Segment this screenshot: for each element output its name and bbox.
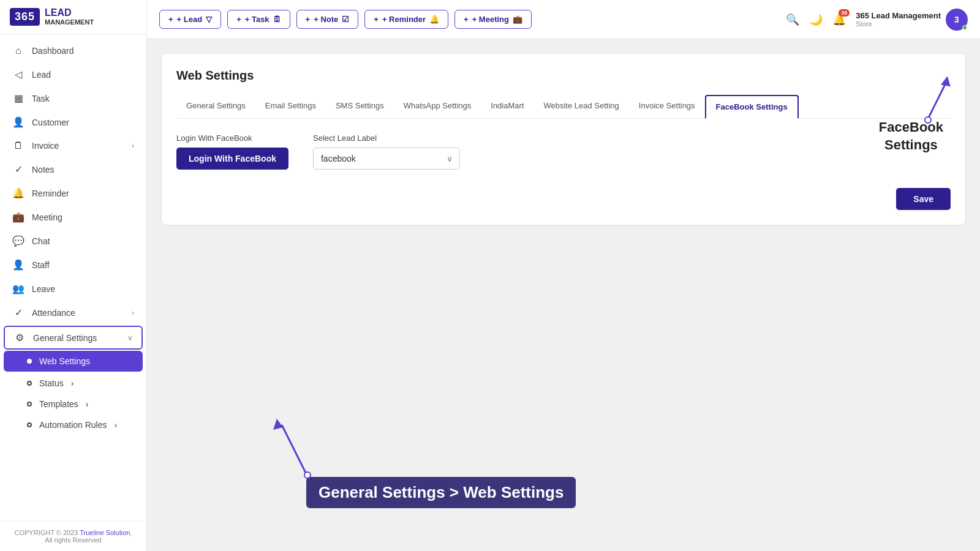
login-facebook-label: Login With FaceBook — [176, 133, 288, 143]
dot-icon — [27, 402, 32, 407]
tab-sms-settings[interactable]: SMS Settings — [326, 95, 394, 119]
annotation-ws-arrow-svg — [270, 419, 343, 480]
profile-area[interactable]: 365 Lead Management Store 3 — [856, 9, 968, 31]
add-task-button[interactable]: + + Task 🗓 — [227, 10, 290, 29]
chevron-right-icon: › — [132, 141, 134, 150]
tab-website-lead[interactable]: Website Lead Setting — [533, 95, 628, 119]
header-icons: 🔍 🌙 🔔 39 365 Lead Management Store 3 — [786, 9, 968, 31]
sidebar-subitem-status[interactable]: Status › — [0, 373, 146, 394]
sidebar-item-meeting[interactable]: 💼 Meeting — [0, 205, 146, 229]
sidebar-item-staff[interactable]: 👤 Staff — [0, 253, 146, 277]
chevron-right-icon: › — [115, 420, 118, 430]
chevron-right-icon: › — [71, 378, 74, 388]
sidebar-subitem-web-settings[interactable]: Web Settings — [4, 351, 143, 372]
logo-icon: 365 — [10, 8, 40, 26]
header: + + Lead ▽ + + Task 🗓 + + Note ☑ + + Rem… — [147, 0, 980, 39]
add-task-label: + Task — [245, 15, 270, 24]
lead-label-select[interactable]: facebook — [313, 148, 460, 170]
add-reminder-label: + Reminder — [382, 15, 426, 24]
notification-wrapper: 🔔 39 — [832, 13, 846, 26]
sidebar-item-label: Chat — [32, 236, 50, 246]
sidebar-item-general-settings[interactable]: ⚙ General Settings ∨ — [4, 326, 143, 350]
suitcase-icon: 💼 — [513, 15, 522, 24]
add-note-label: + Note — [314, 15, 338, 24]
profile-name: 365 Lead Management — [856, 11, 941, 21]
tab-general-settings[interactable]: General Settings — [176, 95, 255, 119]
tab-whatsapp-settings[interactable]: WhatsApp Settings — [394, 95, 481, 119]
profile-sub: Store — [856, 20, 941, 28]
trueline-link[interactable]: Trueline Solution — [80, 529, 130, 536]
meeting-icon: 💼 — [12, 211, 24, 223]
main-content: + + Lead ▽ + + Task 🗓 + + Note ☑ + + Rem… — [147, 0, 980, 551]
staff-icon: 👤 — [12, 259, 24, 271]
page-title: Web Settings — [176, 69, 951, 83]
sidebar-item-chat[interactable]: 💬 Chat — [0, 229, 146, 253]
settings-footer-row: Save — [176, 188, 951, 210]
tab-indiamart[interactable]: IndiaMart — [481, 95, 533, 119]
sidebar-subitem-templates[interactable]: Templates › — [0, 394, 146, 414]
tab-email-settings[interactable]: Email Settings — [255, 95, 326, 119]
sidebar-item-label: Meeting — [32, 212, 62, 222]
copyright-text: COPYRIGHT © 2023 — [15, 529, 80, 536]
logo-lead: LEAD — [45, 7, 94, 18]
sidebar-item-label: General Settings — [33, 333, 97, 343]
invoice-icon: 🗒 — [12, 140, 24, 151]
plus-icon: + — [236, 15, 241, 24]
add-note-button[interactable]: + + Note ☑ — [296, 10, 359, 29]
calendar-icon: 🗓 — [273, 15, 281, 24]
sidebar-subitem-automation-rules[interactable]: Automation Rules › — [0, 414, 146, 435]
sidebar-item-reminder[interactable]: 🔔 Reminder — [0, 181, 146, 205]
chat-icon: 💬 — [12, 235, 24, 247]
chevron-down-icon: ∨ — [127, 334, 133, 342]
sidebar-item-invoice[interactable]: 🗒 Invoice › — [0, 134, 146, 157]
sidebar-item-notes[interactable]: ✓ Notes — [0, 157, 146, 181]
sidebar-item-leave[interactable]: 👥 Leave — [0, 277, 146, 301]
sidebar-item-dashboard[interactable]: ⌂ Dashboard — [0, 39, 146, 62]
leave-icon: 👥 — [12, 283, 24, 294]
tab-invoice-settings[interactable]: Invoice Settings — [629, 95, 705, 119]
notes-icon: ✓ — [12, 163, 24, 175]
home-icon: ⌂ — [12, 45, 24, 56]
sidebar: 365 LEAD MANAGEMENT ⌂ Dashboard ◁ Lead ▦… — [0, 0, 147, 551]
bell-icon: 🔔 — [12, 187, 24, 199]
chevron-right-icon: › — [132, 309, 134, 317]
plus-icon: + — [464, 15, 469, 24]
tab-facebook-settings[interactable]: FaceBook Settings — [705, 95, 799, 119]
dot-icon — [27, 422, 32, 427]
add-lead-label: + Lead — [177, 15, 203, 24]
add-reminder-button[interactable]: + + Reminder 🔔 — [364, 10, 448, 29]
sidebar-item-label: Staff — [32, 260, 50, 270]
svg-marker-4 — [273, 419, 283, 430]
sidebar-subitem-label: Automation Rules — [39, 420, 107, 430]
add-meeting-label: + Meeting — [472, 15, 509, 24]
search-button[interactable]: 🔍 — [786, 13, 799, 26]
lead-label-select-wrapper: facebook ∨ — [313, 148, 460, 170]
settings-content: Login With FaceBook Login With FaceBook … — [176, 133, 951, 170]
add-meeting-button[interactable]: + + Meeting 💼 — [454, 10, 532, 29]
sidebar-subitem-label: Web Settings — [39, 356, 90, 366]
breadcrumb-annotation: General Settings > Web Settings — [306, 477, 576, 508]
sidebar-item-label: Customer — [32, 118, 69, 127]
filter-icon: ▽ — [206, 15, 212, 24]
sidebar-item-lead[interactable]: ◁ Lead — [0, 62, 146, 86]
page-body: Web Settings General Settings Email Sett… — [147, 39, 980, 551]
plus-icon: + — [168, 15, 173, 24]
breadcrumb-label: General Settings > Web Settings — [306, 477, 576, 508]
login-facebook-group: Login With FaceBook Login With FaceBook — [176, 133, 288, 170]
sidebar-subitem-label: Status — [39, 378, 64, 388]
login-facebook-button[interactable]: Login With FaceBook — [176, 148, 288, 170]
logo-sub: MANAGEMENT — [45, 18, 94, 26]
lead-icon: ◁ — [12, 69, 24, 80]
sidebar-item-customer[interactable]: 👤 Customer — [0, 110, 146, 134]
sidebar-logo: 365 LEAD MANAGEMENT — [0, 0, 146, 34]
sidebar-item-attendance[interactable]: ✓ Attendance › — [0, 301, 146, 324]
active-dot-icon — [27, 359, 32, 364]
sidebar-item-label: Attendance — [32, 308, 75, 318]
theme-toggle-button[interactable]: 🌙 — [809, 13, 823, 26]
save-button[interactable]: Save — [896, 188, 951, 210]
sidebar-item-label: Task — [32, 94, 50, 103]
sidebar-item-task[interactable]: ▦ Task — [0, 86, 146, 110]
attendance-icon: ✓ — [12, 307, 24, 318]
add-lead-button[interactable]: + + Lead ▽ — [159, 10, 221, 29]
bell-icon: 🔔 — [429, 15, 439, 24]
